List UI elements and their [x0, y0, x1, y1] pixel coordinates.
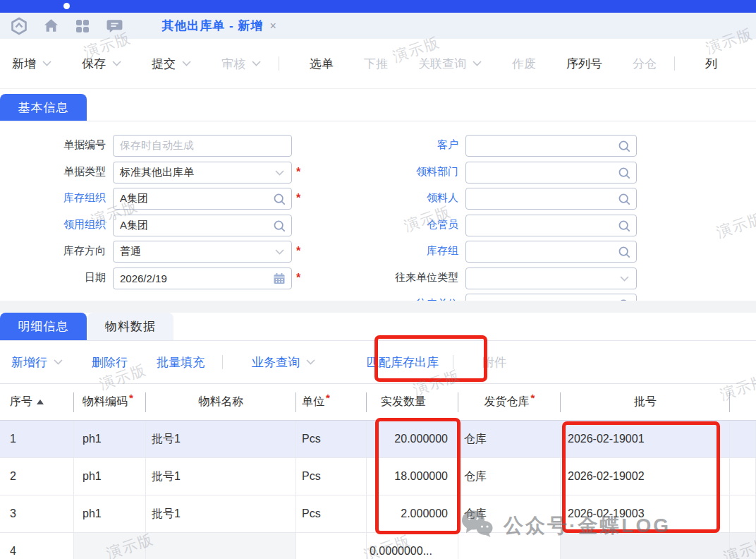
cell-unit[interactable]	[296, 533, 367, 559]
cell-unit[interactable]: Pcs	[296, 458, 367, 495]
cell-extra[interactable]	[730, 533, 756, 559]
required-asterisk: *	[531, 392, 535, 404]
message-icon[interactable]	[105, 17, 123, 35]
table-row-1[interactable]: 1ph1批号1Pcs20.000000仓库2026-02-19001	[0, 421, 756, 458]
chevron-down-icon	[306, 359, 315, 365]
column-header-批号[interactable]: 批号	[561, 384, 730, 420]
cell-batch[interactable]	[561, 533, 730, 559]
cell-code[interactable]: ph1	[74, 421, 146, 457]
action-button-删除行[interactable]: 删除行	[92, 354, 128, 371]
toolbar-button-label: 选单	[310, 56, 334, 72]
toolbar-button-提交[interactable]: 提交	[152, 56, 191, 72]
cell-batch[interactable]: 2026-02-19001	[561, 421, 730, 457]
table-row-2[interactable]: 2ph1批号1Pcs18.000000仓库2026-02-19002	[0, 458, 756, 495]
column-header-物料名称[interactable]: 物料名称	[146, 384, 296, 420]
cell-code[interactable]: ph1	[74, 458, 146, 495]
cell-extra[interactable]	[730, 495, 756, 532]
action-button-匹配库存出库[interactable]: 匹配库存出库	[367, 354, 439, 371]
toolbar-button-保存[interactable]: 保存	[82, 56, 121, 72]
action-button-label: 删除行	[92, 354, 128, 371]
field-label-客户[interactable]: 客户	[351, 138, 458, 152]
basic-info-form: 单据编号保存时自动生成单据类型标准其他出库单*库存组织A集团*领用组织A集团库存…	[0, 121, 756, 301]
cell-warehouse[interactable]: 仓库	[458, 495, 561, 532]
search-icon[interactable]	[618, 167, 631, 180]
toolbar-button-关联查询: 关联查询	[418, 56, 482, 72]
column-header-label: 单位	[302, 395, 324, 409]
field-input-往来单位类型[interactable]	[465, 268, 637, 289]
cell-seq[interactable]: 4	[0, 533, 74, 559]
tab-物料数据[interactable]: 物料数据	[87, 313, 173, 340]
column-header-物料编码[interactable]: 物料编码*	[74, 384, 146, 420]
cell-extra[interactable]	[730, 421, 756, 457]
field-input-库存组[interactable]	[465, 241, 637, 263]
toolbar-button-序列号[interactable]: 序列号	[566, 56, 602, 72]
field-label-仓管员[interactable]: 仓管员	[351, 218, 458, 232]
field-label-库存组[interactable]: 库存组	[351, 244, 458, 258]
column-header-单位[interactable]: 单位*	[296, 384, 367, 420]
search-icon[interactable]	[618, 193, 631, 206]
table-row-4[interactable]: 40.0000000...	[0, 533, 756, 559]
column-header-发货仓库[interactable]: 发货仓库*	[458, 384, 561, 420]
table-row-3[interactable]: 3ph1批号1Pcs2.000000仓库2026-02-19003	[0, 495, 756, 533]
tab-close-icon[interactable]: ×	[269, 20, 276, 32]
column-header-label: 实发数量	[381, 395, 426, 409]
cell-name[interactable]: 批号1	[146, 495, 296, 532]
cell-seq[interactable]: 2	[0, 458, 74, 495]
chevron-down-icon[interactable]	[620, 276, 629, 282]
action-button-业务查询[interactable]: 业务查询	[252, 354, 315, 371]
cell-seq[interactable]: 1	[0, 421, 74, 457]
field-input-往来单位[interactable]	[465, 294, 637, 301]
toolbar-button-下推: 下推	[364, 56, 388, 72]
main-toolbar: 新增保存提交审核选单下推关联查询作废序列号分仓列	[0, 39, 756, 89]
column-header-实发数量[interactable]: 实发数量	[367, 384, 458, 420]
search-icon[interactable]	[618, 246, 631, 259]
home-icon[interactable]	[42, 17, 60, 35]
sort-ascending-icon	[37, 399, 44, 404]
cell-warehouse[interactable]: 仓库	[458, 421, 561, 457]
cell-batch[interactable]: 2026-02-19002	[561, 458, 730, 495]
actions-divider	[453, 355, 453, 369]
toolbar-button-label: 新增	[12, 56, 36, 72]
kingdee-logo-icon[interactable]	[10, 17, 28, 35]
field-label-领料部门[interactable]: 领料部门	[351, 165, 458, 179]
cell-name[interactable]	[146, 533, 296, 559]
cell-warehouse[interactable]	[458, 533, 561, 559]
toolbar-button-审核: 审核	[221, 56, 261, 72]
detail-grid: 序号物料编码*物料名称单位*实发数量发货仓库*批号1ph1批号1Pcs20.00…	[0, 383, 756, 559]
field-input-领料人[interactable]	[465, 188, 637, 210]
cell-seq[interactable]: 3	[0, 495, 74, 532]
field-input-领料部门[interactable]	[465, 162, 637, 184]
document-tab[interactable]: 其他出库单 - 新增 ×	[138, 13, 300, 39]
cell-unit[interactable]: Pcs	[296, 495, 367, 532]
cell-name[interactable]: 批号1	[146, 421, 296, 457]
column-header-extra[interactable]	[730, 384, 756, 420]
cell-qty[interactable]: 20.000000	[367, 421, 458, 457]
cell-name[interactable]: 批号1	[146, 458, 296, 495]
column-header-序号[interactable]: 序号	[0, 384, 74, 420]
cell-qty[interactable]: 18.000000	[367, 458, 458, 495]
action-button-label: 批量填充	[157, 354, 205, 371]
tab-basic-info[interactable]: 基本信息	[0, 94, 87, 121]
search-icon[interactable]	[618, 220, 631, 233]
cell-qty[interactable]: 2.000000	[367, 495, 458, 532]
action-button-批量填充[interactable]: 批量填充	[157, 354, 205, 371]
toolbar-button-新增[interactable]: 新增	[12, 56, 51, 72]
cell-warehouse[interactable]: 仓库	[458, 458, 561, 495]
cell-batch[interactable]: 2026-02-19003	[561, 495, 730, 532]
field-input-仓管员[interactable]	[465, 215, 637, 236]
toolbar-divider	[279, 56, 279, 71]
apps-grid-icon[interactable]	[73, 17, 92, 35]
cell-code[interactable]: ph1	[74, 495, 146, 532]
action-button-新增行[interactable]: 新增行	[11, 354, 63, 371]
tab-明细信息[interactable]: 明细信息	[0, 313, 87, 340]
action-button-附件: 附件	[482, 354, 506, 371]
toolbar-button-列[interactable]: 列	[705, 56, 717, 72]
cell-extra[interactable]	[730, 458, 756, 495]
cell-code[interactable]	[74, 533, 146, 559]
cell-unit[interactable]: Pcs	[296, 421, 367, 457]
search-icon[interactable]	[618, 140, 631, 153]
toolbar-button-选单[interactable]: 选单	[310, 56, 334, 72]
field-label-领料人[interactable]: 领料人	[351, 191, 458, 205]
cell-qty[interactable]: 0.0000000...	[367, 533, 458, 559]
field-input-客户[interactable]	[465, 135, 637, 157]
